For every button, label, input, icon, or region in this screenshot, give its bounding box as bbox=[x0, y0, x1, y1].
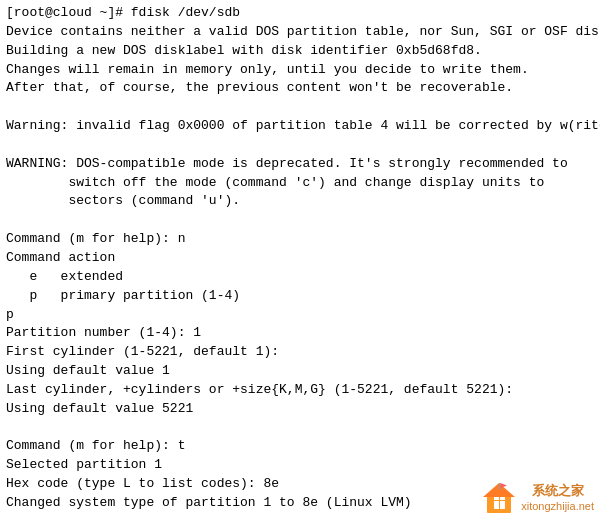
terminal-line: Partition number (1-4): 1 bbox=[6, 324, 594, 343]
terminal-line: Command (m for help): n bbox=[6, 230, 594, 249]
svg-rect-4 bbox=[494, 497, 499, 500]
terminal-line: Selected partition 1 bbox=[6, 456, 594, 475]
terminal-line: switch off the mode (command 'c') and ch… bbox=[6, 174, 594, 193]
terminal-line: e extended bbox=[6, 268, 594, 287]
terminal-line: Command (m for help): t bbox=[6, 437, 594, 456]
terminal-line: Changes will remain in memory only, unti… bbox=[6, 61, 594, 80]
terminal-line: Building a new DOS disklabel with disk i… bbox=[6, 42, 594, 61]
terminal-line bbox=[6, 211, 594, 230]
terminal-line: Last cylinder, +cylinders or +size{K,M,G… bbox=[6, 381, 594, 400]
watermark-line1: 系统之家 bbox=[532, 482, 584, 500]
terminal-line: Warning: invalid flag 0x0000 of partitio… bbox=[6, 117, 594, 136]
watermark-text: 系统之家 xitongzhijia.net bbox=[521, 482, 594, 512]
svg-rect-5 bbox=[500, 497, 505, 500]
watermark: 系统之家 xitongzhijia.net bbox=[481, 479, 594, 515]
terminal-line: Command action bbox=[6, 249, 594, 268]
terminal-line: WARNING: DOS-compatible mode is deprecat… bbox=[6, 155, 594, 174]
terminal-line: Device contains neither a valid DOS part… bbox=[6, 23, 594, 42]
terminal-line: Using default value 5221 bbox=[6, 400, 594, 419]
svg-rect-3 bbox=[500, 501, 505, 509]
terminal-line: Using default value 1 bbox=[6, 362, 594, 381]
terminal-line: p bbox=[6, 306, 594, 325]
watermark-icon bbox=[481, 479, 517, 515]
terminal-line bbox=[6, 419, 594, 438]
terminal-line bbox=[6, 98, 594, 117]
svg-rect-6 bbox=[499, 483, 501, 490]
watermark-line2: xitongzhijia.net bbox=[521, 500, 594, 512]
svg-rect-2 bbox=[494, 501, 499, 509]
terminal-line: After that, of course, the previous cont… bbox=[6, 79, 594, 98]
terminal-line: First cylinder (1-5221, default 1): bbox=[6, 343, 594, 362]
terminal: [root@cloud ~]# fdisk /dev/sdbDevice con… bbox=[0, 0, 600, 521]
terminal-line: sectors (command 'u'). bbox=[6, 192, 594, 211]
terminal-line: [root@cloud ~]# fdisk /dev/sdb bbox=[6, 4, 594, 23]
terminal-line: p primary partition (1-4) bbox=[6, 287, 594, 306]
terminal-line bbox=[6, 136, 594, 155]
